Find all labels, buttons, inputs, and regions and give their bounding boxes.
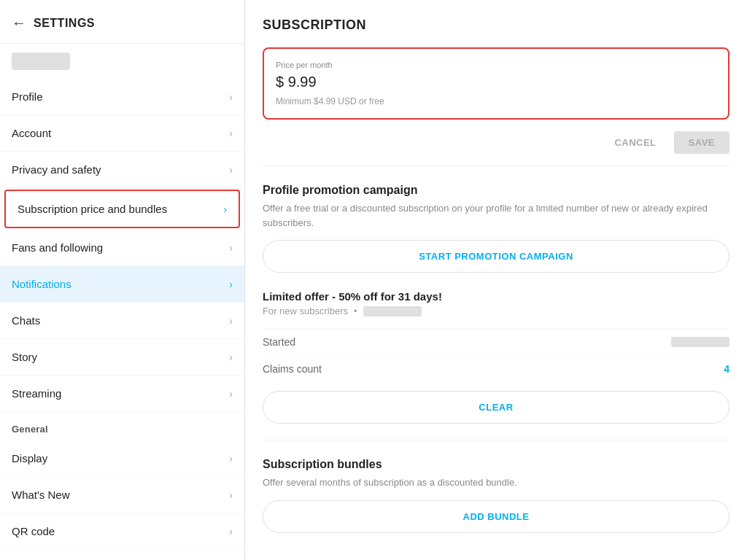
sidebar-item-notifications[interactable]: Notifications ›	[0, 266, 244, 303]
chevron-right-icon: ›	[229, 315, 233, 327]
price-value[interactable]: $ 9.99	[276, 74, 716, 90]
chevron-right-icon: ›	[229, 164, 233, 176]
sidebar-item-whats-new[interactable]: What's New ›	[0, 477, 244, 513]
sidebar: ← SETTINGS Profile › Account › Privacy a…	[0, 0, 245, 560]
sidebar-item-account[interactable]: Account ›	[0, 115, 244, 152]
limited-offer-title: Limited offer - 50% off for 31 days!	[263, 290, 729, 303]
sidebar-item-streaming[interactable]: Streaming ›	[0, 376, 244, 412]
chevron-right-icon: ›	[229, 351, 233, 363]
started-row: Started	[263, 328, 729, 355]
chevron-right-icon: ›	[229, 388, 233, 400]
main-content: SUBSCRIPTION Price per month $ 9.99 Mini…	[245, 0, 747, 560]
promotion-title: Profile promotion campaign	[263, 184, 729, 197]
started-label: Started	[263, 336, 295, 348]
price-per-month-box: Price per month $ 9.99 Minimum $4.99 USD…	[263, 47, 729, 120]
start-promotion-button[interactable]: START PROMOTION CAMPAIGN	[263, 240, 729, 273]
sidebar-item-story[interactable]: Story ›	[0, 339, 244, 376]
clear-button[interactable]: CLEAR	[263, 391, 729, 424]
bundles-description: Offer several months of subscription as …	[263, 475, 729, 490]
action-row: CANCEL SAVE	[263, 131, 729, 166]
cancel-button[interactable]: CANCEL	[605, 131, 665, 154]
price-field-label: Price per month	[276, 61, 716, 69]
add-bundle-button[interactable]: ADD BUNDLE	[263, 500, 729, 533]
blurred-placeholder	[363, 306, 422, 316]
sidebar-item-subscription-price[interactable]: Subscription price and bundles ›	[4, 190, 240, 228]
sidebar-item-qr-code[interactable]: QR code ›	[0, 513, 244, 550]
chevron-right-icon: ›	[229, 91, 233, 103]
back-button[interactable]: ←	[12, 15, 26, 31]
limited-offer-subtitle: For new subscribers •	[263, 306, 729, 316]
general-section-label: General	[0, 412, 244, 440]
sidebar-item-fans-following[interactable]: Fans and following ›	[0, 230, 244, 266]
chevron-right-icon: ›	[229, 242, 233, 254]
promotion-campaign-section: Profile promotion campaign Offer a free …	[263, 184, 729, 273]
sidebar-title: SETTINGS	[34, 17, 95, 30]
sidebar-item-chats[interactable]: Chats ›	[0, 303, 244, 339]
promotion-description: Offer a free trial or a discounted subsc…	[263, 201, 729, 230]
claims-value: 4	[724, 363, 729, 375]
page-title: SUBSCRIPTION	[263, 18, 729, 33]
chevron-right-icon: ›	[229, 526, 233, 537]
bundles-title: Subscription bundles	[263, 458, 729, 471]
chevron-right-icon: ›	[223, 203, 227, 215]
price-hint: Minimum $4.99 USD or free	[276, 96, 716, 106]
save-button[interactable]: SAVE	[674, 131, 729, 154]
sidebar-header: ← SETTINGS	[0, 0, 244, 44]
user-avatar-placeholder	[12, 52, 70, 70]
sidebar-item-privacy-safety[interactable]: Privacy and safety ›	[0, 152, 244, 188]
chevron-right-icon: ›	[229, 489, 233, 501]
started-value-blurred	[671, 337, 729, 347]
limited-offer-section: Limited offer - 50% off for 31 days! For…	[263, 290, 729, 440]
chevron-right-icon: ›	[229, 128, 233, 139]
chevron-right-icon: ›	[229, 453, 233, 464]
sidebar-item-display[interactable]: Display ›	[0, 440, 244, 477]
subscription-bundles-section: Subscription bundles Offer several month…	[263, 458, 729, 533]
sidebar-item-profile[interactable]: Profile ›	[0, 79, 244, 115]
claims-row: Claims count 4	[263, 355, 729, 382]
claims-label: Claims count	[263, 363, 322, 375]
chevron-right-icon: ›	[229, 279, 233, 290]
